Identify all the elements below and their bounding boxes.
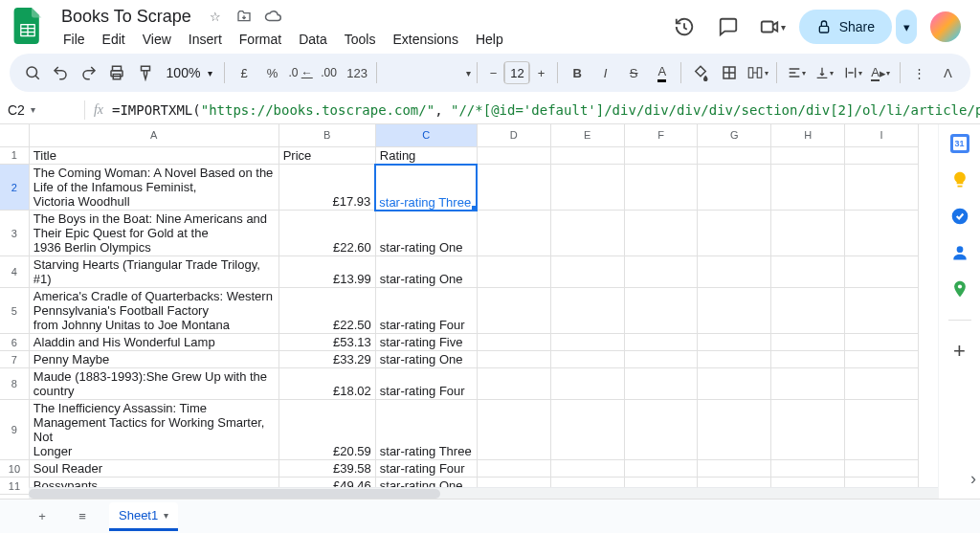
star-icon[interactable]: ☆ [205,6,226,27]
cell[interactable]: Starving Hearts (Triangular Trade Trilog… [29,256,278,288]
cell[interactable] [477,165,550,211]
contacts-icon[interactable] [950,243,969,262]
cell[interactable] [845,211,919,256]
menu-insert[interactable]: Insert [181,29,230,50]
cell[interactable] [550,165,624,211]
cell[interactable]: star-rating One [375,351,477,368]
cell[interactable] [550,400,624,460]
row-header[interactable]: 7 [0,351,29,368]
cell[interactable] [624,351,698,368]
font-size-increase[interactable]: + [530,58,551,87]
cell[interactable] [477,146,550,165]
hide-sidepanel-icon[interactable]: › [970,469,976,489]
strike-btn[interactable]: S [620,58,647,87]
cell[interactable]: Rating [375,146,477,165]
cell[interactable] [698,165,771,211]
cell[interactable] [550,368,624,400]
cell[interactable] [771,368,845,400]
menu-extensions[interactable]: Extensions [385,29,465,50]
cell[interactable] [477,211,550,256]
cell[interactable] [698,400,771,460]
row-header[interactable]: 5 [0,288,29,334]
cell[interactable] [477,460,550,477]
currency-btn[interactable]: £ [231,58,257,87]
cell[interactable] [477,334,550,351]
row-header[interactable]: 10 [0,460,29,477]
all-sheets-btn[interactable]: ≡ [69,503,96,530]
cell[interactable]: £13.99 [278,256,375,288]
row-header[interactable]: 6 [0,334,29,351]
cell[interactable] [624,288,698,334]
cell[interactable] [698,146,771,165]
cloud-icon[interactable] [262,6,283,27]
cell[interactable]: star-rating One [375,211,477,256]
row-header[interactable]: 8 [0,368,29,400]
col-header[interactable]: I [845,124,919,146]
cell[interactable] [477,351,550,368]
cell[interactable] [550,334,624,351]
wrap-btn[interactable]: ▾ [839,58,866,87]
tasks-icon[interactable] [950,207,969,226]
cell[interactable] [771,334,845,351]
row-header[interactable]: 4 [0,256,29,288]
cell[interactable] [845,334,919,351]
cell[interactable]: Aladdin and His Wonderful Lamp [29,334,278,351]
row-header[interactable]: 3 [0,211,29,256]
cell[interactable]: £33.29 [278,351,375,368]
v-align-btn[interactable]: ▾ [811,58,837,87]
h-align-btn[interactable]: ▾ [783,58,810,87]
menu-view[interactable]: View [135,29,179,50]
cell[interactable] [698,334,771,351]
cell[interactable] [477,288,550,334]
cell[interactable] [550,460,624,477]
cell[interactable] [624,334,698,351]
col-header[interactable]: B [278,124,375,146]
cell[interactable] [624,400,698,460]
percent-btn[interactable]: % [259,58,286,87]
cell[interactable] [845,288,919,334]
cell[interactable]: Penny Maybe [29,351,278,368]
cell[interactable] [845,460,919,477]
cell[interactable] [845,165,919,211]
cell[interactable] [624,368,698,400]
sheets-logo[interactable] [10,8,46,44]
meet-icon[interactable]: ▾ [755,10,790,44]
cell[interactable]: £39.58 [278,460,375,477]
cell[interactable] [624,146,698,165]
search-menus-icon[interactable] [19,58,46,87]
cell[interactable] [698,368,771,400]
undo-icon[interactable] [48,58,75,87]
cell[interactable]: £20.59 [278,400,375,460]
cell[interactable] [771,165,845,211]
borders-btn[interactable] [716,58,743,87]
menu-edit[interactable]: Edit [95,29,133,50]
col-header[interactable]: A [29,124,278,146]
cell[interactable] [845,146,919,165]
cell[interactable] [771,256,845,288]
keep-icon[interactable] [950,170,969,189]
font-select[interactable]: ▾ [383,58,471,87]
print-icon[interactable] [104,58,131,87]
cell[interactable] [550,351,624,368]
menu-file[interactable]: File [56,29,93,50]
account-avatar[interactable] [930,11,961,42]
add-addon-icon[interactable]: + [950,342,969,361]
cell[interactable]: £22.60 [278,211,375,256]
history-icon[interactable] [667,10,702,44]
sheet-tab[interactable]: Sheet1▾ [109,502,178,531]
col-header[interactable]: H [771,124,845,146]
calendar-icon[interactable]: 31 [950,134,969,153]
fill-color-btn[interactable] [687,58,714,87]
h-scrollbar[interactable] [29,487,938,499]
more-formats-btn[interactable]: 123 [344,58,370,87]
increase-decimal-btn[interactable]: .00 [316,58,343,87]
formula-input[interactable]: =IMPORTXML("https://books.toscrape.com/"… [112,102,980,118]
font-size-decrease[interactable]: − [482,58,503,87]
col-header[interactable]: E [550,124,624,146]
zoom-select[interactable]: 100%▾ [161,65,219,80]
share-button[interactable]: Share [799,10,892,44]
comment-icon[interactable] [711,10,746,44]
cell[interactable] [771,351,845,368]
cell[interactable]: Maude (1883-1993):She Grew Up with the c… [29,368,278,400]
col-header[interactable]: D [477,124,550,146]
